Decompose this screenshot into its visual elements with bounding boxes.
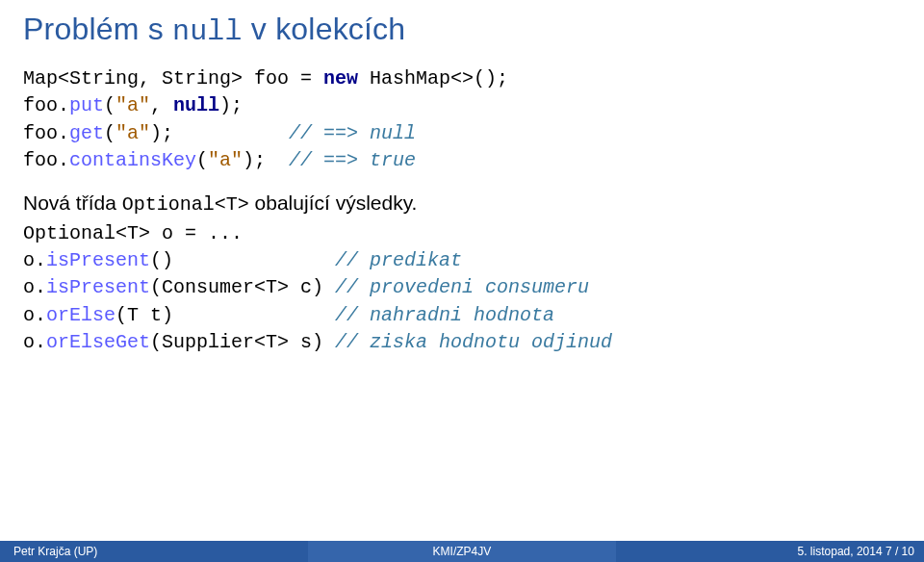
code-text: ,	[150, 94, 173, 116]
code-string: "a"	[116, 94, 150, 116]
code-text: o.	[23, 304, 46, 326]
title-mono: null	[172, 15, 243, 48]
code-block-2: Optional<T> o = ... o.isPresent() // pre…	[23, 220, 901, 357]
footer-page: 5. listopad, 2014 7 / 10	[616, 541, 924, 562]
code-string: "a"	[116, 122, 150, 144]
code-comment: // nahradni hodnota	[335, 304, 554, 326]
code-text: Map<String, String> foo =	[23, 67, 323, 89]
slide-body: Map<String, String> foo = new HashMap<>(…	[0, 65, 924, 357]
footer-course-text: KMI/ZP4JV	[433, 545, 492, 558]
code-keyword: new	[323, 67, 358, 89]
footer-page-text: 5. listopad, 2014 7 / 10	[798, 545, 914, 558]
code-text: );	[219, 94, 243, 116]
code-text: (T t)	[116, 304, 335, 326]
code-text: );	[243, 149, 289, 171]
code-method: containsKey	[69, 149, 196, 171]
code-text: HashMap<>();	[358, 67, 508, 89]
code-text: foo.	[23, 149, 69, 171]
paragraph-1: Nová třída Optional<T> obalující výsledk…	[23, 175, 901, 220]
code-text: (	[104, 94, 116, 116]
para-mono: Optional<T>	[122, 193, 249, 216]
code-method: orElse	[46, 304, 116, 326]
code-keyword: null	[173, 94, 219, 116]
code-comment: // ==> true	[289, 149, 416, 171]
para-text: obalující výsledky.	[249, 192, 418, 214]
code-text: o.	[23, 331, 46, 353]
code-text: o.	[23, 249, 46, 271]
title-pre: Problém s	[23, 12, 172, 46]
code-text: foo.	[23, 122, 69, 144]
code-method: put	[69, 94, 104, 116]
code-text: (Supplier<T> s)	[150, 331, 335, 353]
code-text: foo.	[23, 94, 69, 116]
code-string: "a"	[208, 149, 243, 171]
footer-author-text: Petr Krajča (UP)	[13, 545, 97, 558]
slide-footer: Petr Krajča (UP) KMI/ZP4JV 5. listopad, …	[0, 541, 924, 562]
code-text: (	[104, 122, 116, 144]
para-text: Nová třída	[23, 192, 122, 214]
slide-title: Problém s null v kolekcích	[0, 0, 924, 65]
code-text: ()	[150, 249, 335, 271]
code-comment: // predikat	[335, 249, 462, 271]
code-block-1: Map<String, String> foo = new HashMap<>(…	[23, 65, 901, 175]
code-text: (	[196, 149, 208, 171]
code-text: );	[150, 122, 289, 144]
code-method: orElseGet	[46, 331, 150, 353]
code-text: o.	[23, 276, 46, 298]
code-comment: // provedeni consumeru	[335, 276, 589, 298]
footer-course: KMI/ZP4JV	[308, 541, 616, 562]
code-method: isPresent	[46, 276, 150, 298]
footer-author: Petr Krajča (UP)	[0, 541, 308, 562]
code-text: Optional<T> o = ...	[23, 222, 243, 244]
code-text: (Consumer<T> c)	[150, 276, 335, 298]
code-method: get	[69, 122, 104, 144]
slide: Problém s null v kolekcích Map<String, S…	[0, 0, 924, 562]
code-method: isPresent	[46, 249, 150, 271]
title-post: v kolekcích	[243, 12, 406, 46]
code-comment: // ==> null	[289, 122, 416, 144]
code-comment: // ziska hodnotu odjinud	[335, 331, 612, 353]
